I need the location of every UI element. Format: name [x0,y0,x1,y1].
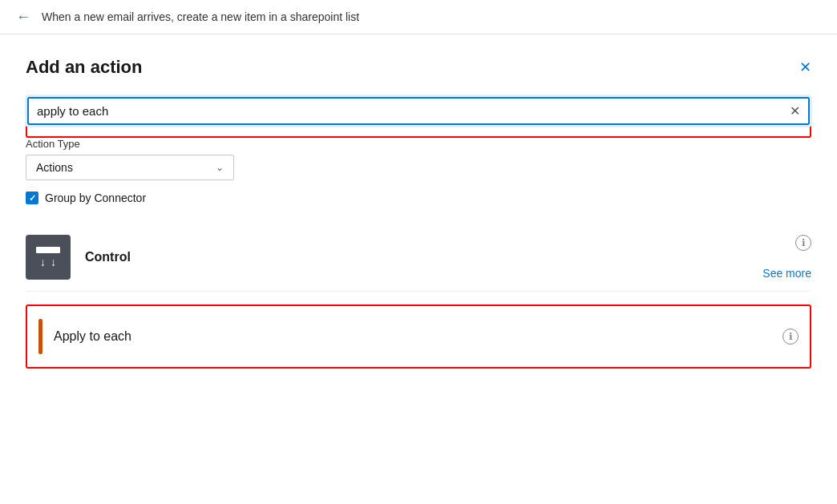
panel-header: Add an action ✕ [26,57,811,78]
control-info-button[interactable]: ℹ [795,235,811,251]
control-connector-name: Control [85,250,811,264]
group-by-connector-checkbox[interactable]: ✓ [26,192,38,204]
search-box-highlight: ✕ [26,95,811,138]
table-arrows-icon: ↓ ↓ [40,256,56,268]
action-type-label: Action Type [26,138,811,150]
apply-to-each-row[interactable]: Apply to each ℹ [26,304,811,369]
control-icon-graphic: ↓ ↓ [36,247,60,268]
table-top-icon [36,247,60,253]
chevron-down-icon: ⌄ [216,162,224,173]
search-clear-button[interactable]: ✕ [790,103,800,119]
action-type-value: Actions [36,161,73,174]
info-icon-apply: ℹ [789,331,793,342]
info-icon: ℹ [802,237,806,248]
search-input[interactable] [37,104,790,118]
group-by-connector-label: Group by Connector [45,192,146,204]
control-connector-row: ↓ ↓ Control ℹ See more [26,224,811,292]
back-button[interactable]: ← [16,10,30,24]
top-bar: ← When a new email arrives, create a new… [0,0,837,34]
search-row: ✕ [27,97,810,125]
panel-title: Add an action [26,57,142,78]
orange-bar-icon [38,319,42,354]
arrow-down-right-icon: ↓ [51,256,56,268]
checkmark-icon: ✓ [29,193,36,204]
control-connector-icon: ↓ ↓ [26,235,71,280]
action-type-dropdown[interactable]: Actions ⌄ [26,155,234,180]
apply-to-each-label: Apply to each [54,329,131,344]
see-more-link[interactable]: See more [762,267,811,280]
close-button[interactable]: ✕ [799,60,811,75]
connector-section: ↓ ↓ Control ℹ See more [26,224,811,292]
top-title: When a new email arrives, create a new i… [42,10,359,23]
arrow-down-left-icon: ↓ [40,256,46,268]
group-by-connector-row: ✓ Group by Connector [26,192,811,204]
add-action-panel: Add an action ✕ ✕ Action Type Actions ⌄ … [0,34,837,388]
apply-each-info-button[interactable]: ℹ [782,329,799,345]
